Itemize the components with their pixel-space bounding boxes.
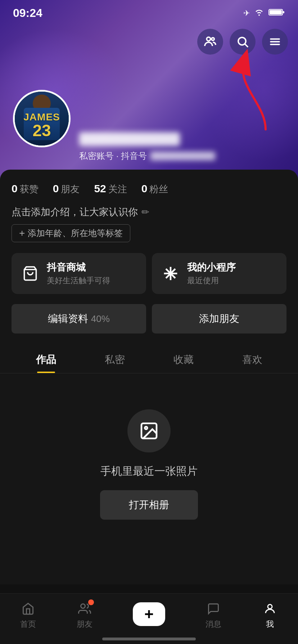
mall-subtitle: 美好生活触手可得: [47, 275, 110, 286]
miniapp-card[interactable]: 我的小程序 最近使用: [152, 253, 286, 294]
image-icon: [139, 421, 159, 441]
mall-info: 抖音商城 美好生活触手可得: [47, 261, 110, 286]
plus-icon: +: [19, 227, 25, 239]
svg-point-3: [207, 37, 211, 41]
avatar-container[interactable]: JAMES 23: [13, 90, 71, 147]
message-icon: [206, 601, 221, 617]
svg-point-18: [81, 604, 85, 608]
svg-point-21: [268, 604, 272, 609]
bio-edit-icon: ✏: [141, 207, 149, 218]
edit-profile-button[interactable]: 编辑资料 40%: [12, 304, 146, 334]
followers-label: 粉丝: [149, 183, 168, 196]
empty-icon-circle: [127, 409, 171, 452]
menu-icon-btn[interactable]: [262, 29, 288, 55]
tab-works[interactable]: 作品: [12, 345, 80, 373]
feature-cards-row: 抖音商城 美好生活触手可得 我的小程序 最近使用: [12, 253, 286, 294]
search-icon-btn[interactable]: [230, 29, 256, 55]
home-indicator: [102, 638, 196, 640]
followers-count: 0: [141, 183, 148, 195]
wifi-icon: [254, 8, 264, 19]
battery-icon: [268, 8, 285, 19]
miniapp-title: 我的小程序: [187, 261, 236, 274]
tab-collect[interactable]: 收藏: [149, 345, 218, 373]
jersey-name-text: JAMES: [23, 112, 60, 122]
svg-line-6: [245, 44, 248, 47]
jersey-number-text: 23: [32, 122, 51, 139]
tab-private-label: 私密: [105, 354, 125, 365]
tab-works-label: 作品: [36, 354, 56, 365]
action-buttons-row: 编辑资料 40% 添加朋友: [12, 304, 286, 334]
plus-icon: [142, 607, 156, 621]
tabs-row: 作品 私密 收藏 喜欢: [0, 345, 298, 373]
private-account-label: 私密账号 · 抖音号: [79, 150, 147, 162]
empty-state: 手机里最近一张照片 打开相册: [12, 373, 286, 541]
messages-label: 消息: [206, 619, 221, 630]
home-label: 首页: [20, 619, 36, 630]
empty-text: 手机里最近一张照片: [100, 464, 198, 479]
nav-create[interactable]: [133, 602, 165, 628]
airplane-icon: ✈: [243, 9, 250, 18]
likes-count: 0: [12, 183, 18, 195]
user-id-blurred: [150, 152, 215, 160]
asterisk-icon: [161, 263, 181, 284]
search-icon: [236, 35, 249, 48]
user-info: 私密账号 · 抖音号: [79, 132, 291, 162]
top-icons: [197, 29, 288, 55]
miniapp-info: 我的小程序 最近使用: [187, 261, 236, 286]
svg-point-5: [238, 37, 246, 45]
stat-following[interactable]: 52 关注: [94, 183, 127, 196]
home-icon: [20, 601, 36, 617]
nav-profile[interactable]: 我: [262, 601, 278, 630]
friends-icon: [204, 35, 217, 48]
tag-btn-label: 添加年龄、所在地等标签: [28, 227, 123, 239]
miniapp-subtitle: 最近使用: [187, 275, 236, 286]
create-button[interactable]: [133, 602, 165, 626]
following-count: 52: [94, 183, 106, 195]
menu-icon: [268, 35, 281, 48]
svg-point-17: [145, 427, 147, 429]
profile-label: 我: [266, 619, 274, 630]
friends-nav-icon: [77, 601, 92, 617]
stat-followers[interactable]: 0 粉丝: [141, 183, 168, 196]
avatar: JAMES 23: [13, 90, 71, 147]
mall-title: 抖音商城: [47, 261, 110, 274]
svg-rect-1: [283, 11, 284, 13]
svg-point-4: [212, 38, 215, 41]
tab-like[interactable]: 喜欢: [218, 345, 286, 373]
stat-friends[interactable]: 0 朋友: [53, 183, 80, 196]
mall-card[interactable]: 抖音商城 美好生活触手可得: [12, 253, 146, 294]
friends-count: 0: [53, 183, 59, 195]
add-tags-button[interactable]: + 添加年龄、所在地等标签: [12, 224, 130, 242]
nav-messages[interactable]: 消息: [206, 601, 221, 630]
avatar-inner: JAMES 23: [15, 92, 69, 146]
status-icons: ✈: [243, 8, 285, 19]
tab-like-label: 喜欢: [242, 354, 262, 365]
add-friend-label: 添加朋友: [199, 313, 239, 324]
stats-row: 0 获赞 0 朋友 52 关注 0 粉丝: [12, 183, 286, 196]
friends-notification-dot: [88, 599, 94, 605]
following-label: 关注: [108, 183, 127, 196]
nav-friends[interactable]: 朋友: [77, 601, 92, 630]
cart-icon: [20, 263, 40, 284]
profile-completion: 40%: [91, 313, 110, 324]
bio-text: 点击添加介绍，让大家认识你: [12, 206, 138, 218]
nav-home[interactable]: 首页: [20, 601, 36, 630]
bio-area[interactable]: 点击添加介绍，让大家认识你 ✏: [12, 206, 286, 218]
friends-label: 朋友: [77, 619, 92, 630]
likes-label: 获赞: [20, 183, 39, 196]
stat-likes[interactable]: 0 获赞: [12, 183, 39, 196]
profile-nav-icon: [262, 601, 278, 617]
tab-collect-label: 收藏: [173, 354, 194, 365]
main-content: 0 获赞 0 朋友 52 关注 0 粉丝 点击添加介绍，让大家认识你 ✏ + 添…: [0, 170, 298, 584]
tab-private[interactable]: 私密: [80, 345, 149, 373]
svg-rect-2: [270, 10, 282, 14]
user-sub: 私密账号 · 抖音号: [79, 150, 291, 162]
status-bar: 09:24 ✈: [0, 0, 298, 23]
friends-icon-btn[interactable]: [197, 29, 223, 55]
add-friend-button[interactable]: 添加朋友: [152, 304, 286, 334]
bottom-nav: 首页 朋友 消息 我: [0, 593, 298, 644]
status-time: 09:24: [13, 6, 42, 20]
friends-label: 朋友: [61, 183, 80, 196]
open-album-button[interactable]: 打开相册: [100, 490, 198, 520]
profile-header: JAMES 23 私密账号 · 抖音号: [0, 0, 298, 180]
